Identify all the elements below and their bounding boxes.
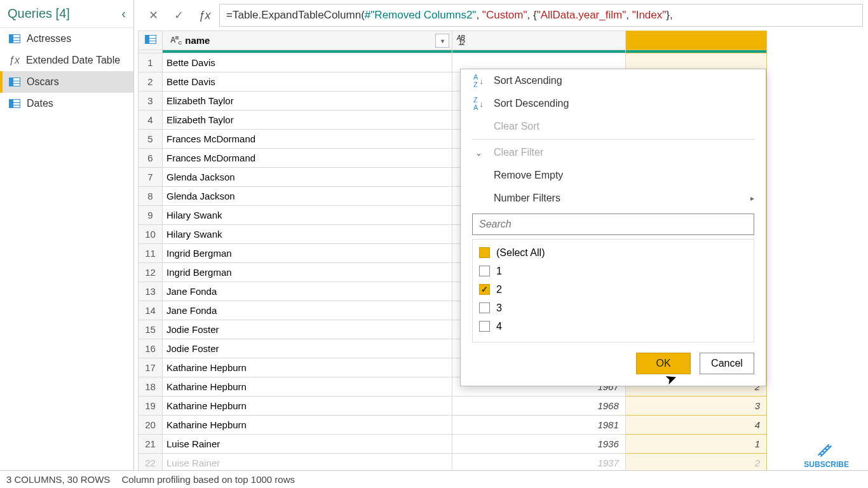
number-filters-item[interactable]: Number Filters (461, 187, 766, 210)
row-number[interactable]: 6 (139, 149, 163, 168)
cell-name[interactable]: Katharine Hepburn (163, 358, 452, 377)
fx-icon: ƒx (193, 9, 217, 22)
row-number[interactable]: 18 (139, 377, 163, 396)
subscribe-badge[interactable]: SUBSCRIBE (804, 440, 849, 469)
column-header-name[interactable]: ABC name ▾ (163, 31, 452, 50)
row-number[interactable]: 11 (139, 244, 163, 263)
cell-name[interactable]: Jane Fonda (163, 301, 452, 320)
row-number[interactable]: 19 (139, 396, 163, 416)
query-item-label: Dates (27, 98, 53, 109)
filter-search-box[interactable] (472, 214, 754, 235)
row-number[interactable]: 14 (139, 301, 163, 320)
row-number[interactable]: 9 (139, 206, 163, 225)
cell-index[interactable]: 2 (625, 454, 766, 471)
clear-filter-label: Clear Filter (494, 147, 543, 158)
row-number[interactable]: 22 (139, 454, 163, 471)
column-filter-dropdown-name[interactable]: ▾ (435, 34, 449, 48)
cell-name[interactable]: Elizabeth Taylor (163, 92, 452, 111)
cell-name[interactable]: Katharine Hepburn (163, 396, 452, 416)
row-number[interactable]: 3 (139, 92, 163, 111)
query-item-extended-date-table[interactable]: ƒxExtended Date Table (0, 50, 133, 71)
cell-name[interactable]: Bette Davis (163, 53, 452, 72)
row-number[interactable]: 8 (139, 187, 163, 206)
filter-option-3[interactable]: 3 (479, 299, 747, 317)
filter-checkbox[interactable] (479, 321, 490, 332)
filter-search-input[interactable] (479, 219, 747, 230)
ok-button[interactable]: OK (636, 353, 691, 374)
sort-asc-label: Sort Ascending (494, 75, 562, 86)
filter-option-2[interactable]: 2 (479, 280, 747, 299)
cell-index[interactable]: 3 (625, 396, 766, 416)
formula-bar: ✕ ✓ ƒx = Table.ExpandTableColumn ( #"Rem… (134, 0, 868, 30)
column-header-year[interactable]: AB12 (452, 31, 625, 50)
cell-name[interactable]: Frances McDormand (163, 149, 452, 168)
column-header-index[interactable] (625, 31, 766, 50)
cell-year[interactable]: 1968 (452, 396, 625, 416)
cancel-formula-button[interactable]: ✕ (142, 4, 165, 27)
cell-name[interactable]: Hilary Swank (163, 225, 452, 244)
remove-empty-item[interactable]: Remove Empty (461, 164, 766, 187)
cell-year[interactable]: 1937 (452, 454, 625, 471)
row-number[interactable]: 15 (139, 320, 163, 339)
query-item-oscars[interactable]: Oscars (0, 71, 133, 93)
filter-option-4[interactable]: 4 (479, 317, 747, 336)
row-number[interactable]: 20 (139, 416, 163, 435)
table-icon (9, 99, 20, 108)
row-number[interactable]: 17 (139, 358, 163, 377)
select-all-checkbox[interactable] (479, 247, 490, 258)
filter-option-1[interactable]: 1 (479, 262, 747, 280)
row-number[interactable]: 10 (139, 225, 163, 244)
query-item-actresses[interactable]: Actresses (0, 28, 133, 50)
cell-name[interactable]: Luise Rainer (163, 454, 452, 471)
cell-year[interactable]: 1936 (452, 435, 625, 454)
cell-name[interactable]: Glenda Jackson (163, 187, 452, 206)
formula-input[interactable]: = Table.ExpandTableColumn ( #"Removed Co… (219, 4, 863, 27)
filter-checkbox[interactable] (479, 302, 490, 313)
cell-name[interactable]: Bette Davis (163, 72, 452, 92)
cell-name[interactable]: Katharine Hepburn (163, 416, 452, 435)
sort-descending-item[interactable]: ZA↓ Sort Descending (461, 92, 766, 115)
formula-fn: Table.ExpandTableColumn (233, 9, 361, 22)
cell-year[interactable]: 1981 (452, 416, 625, 435)
table-row[interactable]: 22Luise Rainer19372 (139, 454, 767, 471)
table-row[interactable]: 19Katharine Hepburn19683 (139, 396, 767, 416)
row-number[interactable]: 16 (139, 339, 163, 358)
cell-name[interactable]: Frances McDormand (163, 130, 452, 149)
table-row[interactable]: 20Katharine Hepburn19814 (139, 416, 767, 435)
commit-formula-button[interactable]: ✓ (167, 4, 190, 27)
status-bar: 3 COLUMNS, 30 ROWS Column profiling base… (0, 470, 868, 488)
row-number[interactable]: 1 (139, 53, 163, 72)
row-number[interactable]: 13 (139, 282, 163, 301)
table-corner[interactable] (139, 31, 163, 50)
select-all-row[interactable]: (Select All) (479, 243, 747, 262)
sort-ascending-item[interactable]: AZ↓ Sort Ascending (461, 69, 766, 92)
cell-name[interactable]: Jodie Foster (163, 320, 452, 339)
query-item-dates[interactable]: Dates (0, 93, 133, 114)
collapse-queries-icon[interactable]: ‹ (121, 6, 126, 21)
cell-name[interactable]: Glenda Jackson (163, 168, 452, 187)
row-number[interactable]: 4 (139, 111, 163, 130)
cell-name[interactable]: Jodie Foster (163, 339, 452, 358)
filter-checkbox[interactable] (479, 266, 490, 276)
cell-name[interactable]: Ingrid Bergman (163, 244, 452, 263)
row-number[interactable]: 21 (139, 435, 163, 454)
cell-index[interactable]: 1 (625, 435, 766, 454)
table-row[interactable]: 21Luise Rainer19361 (139, 435, 767, 454)
number-filters-label: Number Filters (494, 193, 560, 204)
cell-name[interactable]: Jane Fonda (163, 282, 452, 301)
subscribe-label: SUBSCRIBE (804, 460, 849, 469)
row-number[interactable]: 2 (139, 72, 163, 92)
cancel-button[interactable]: Cancel (700, 353, 754, 374)
cell-index[interactable]: 4 (625, 416, 766, 435)
cell-name[interactable]: Ingrid Bergman (163, 263, 452, 282)
cell-name[interactable]: Hilary Swank (163, 206, 452, 225)
row-number[interactable]: 5 (139, 130, 163, 149)
status-cols-rows: 3 COLUMNS, 30 ROWS (6, 474, 110, 485)
row-number[interactable]: 7 (139, 168, 163, 187)
filter-checkbox[interactable] (479, 284, 490, 295)
row-number[interactable]: 12 (139, 263, 163, 282)
cell-name[interactable]: Elizabeth Taylor (163, 111, 452, 130)
cell-name[interactable]: Luise Rainer (163, 435, 452, 454)
status-profiling: Column profiling based on top 1000 rows (121, 474, 295, 485)
cell-name[interactable]: Katharine Hepburn (163, 377, 452, 396)
